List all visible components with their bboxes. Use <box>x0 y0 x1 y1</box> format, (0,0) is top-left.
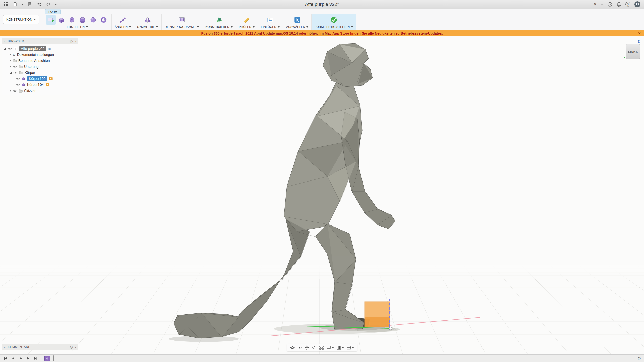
browser-row-koerper[interactable]: Körper <box>2 70 78 76</box>
visibility-eye-icon[interactable] <box>13 65 17 69</box>
visibility-eye-icon[interactable] <box>13 89 17 93</box>
panel-handle-icon[interactable]: › <box>75 39 76 43</box>
save-icon[interactable] <box>28 2 33 7</box>
help-icon[interactable]: ? <box>625 2 630 7</box>
expand-arrow-icon[interactable] <box>10 72 12 74</box>
timeline-step-back-icon[interactable] <box>11 356 16 361</box>
banner-link[interactable]: Im Mac App Store finden Sie alle Neuigke… <box>319 31 443 35</box>
notification-bell-icon[interactable] <box>616 2 621 7</box>
expand-arrow-icon[interactable] <box>10 53 11 56</box>
panel-options-icon[interactable]: ◎ <box>70 39 73 43</box>
expand-arrow-icon[interactable] <box>10 89 11 92</box>
insert-canvas-icon[interactable] <box>266 15 275 25</box>
comments-panel-header[interactable]: « KOMMENTARE ◎ › <box>2 344 78 350</box>
panel-options-icon[interactable]: ◎ <box>70 345 73 349</box>
symmetrie-menu-button[interactable]: SYMMETRIE <box>137 25 158 29</box>
model-monkey[interactable] <box>174 43 395 338</box>
browser-row-dokumenteinstellungen[interactable]: ⚙ Dokumenteinstellungen <box>2 52 78 58</box>
utilities-icon[interactable] <box>177 15 187 25</box>
browser-row-ursprung[interactable]: Ursprung <box>2 64 78 70</box>
expand-arrow-icon[interactable] <box>10 65 11 68</box>
zoom-icon[interactable] <box>311 345 317 351</box>
browser-row-skizzen[interactable]: Skizzen <box>2 88 78 94</box>
banner-close-icon[interactable]: ✕ <box>638 31 641 35</box>
auswaehlen-menu-button[interactable]: AUSWÄHLEN <box>286 25 308 29</box>
display-settings-icon[interactable] <box>326 345 335 351</box>
fit-view-icon[interactable] <box>318 345 325 351</box>
erstellen-menu-button[interactable]: ERSTELLEN <box>67 25 88 29</box>
timeline-go-to-start-icon[interactable] <box>3 356 8 361</box>
job-status-clock-icon[interactable] <box>607 2 612 7</box>
origin-marker-icon[interactable]: ◎ <box>48 47 51 50</box>
form-fertig-stellen-menu-button[interactable]: FORM FERTIG STELLEN <box>315 25 353 29</box>
torus-primitive-icon[interactable] <box>99 15 108 25</box>
viewcube[interactable]: Z LINKS <box>623 40 640 59</box>
data-panel-grid-icon[interactable] <box>4 2 9 7</box>
expand-arrow-icon[interactable] <box>10 59 11 62</box>
viewport-canvas[interactable] <box>0 0 644 362</box>
new-document-tab-icon[interactable]: + <box>601 2 603 6</box>
browser-item-label[interactable]: Ursprung <box>24 65 39 69</box>
edit-form-icon[interactable] <box>118 15 128 25</box>
collapse-panel-icon[interactable]: « <box>4 345 6 349</box>
file-menu-icon[interactable] <box>13 2 18 7</box>
timeline-settings-gear-icon[interactable]: ⚙ <box>637 356 641 361</box>
origin-handle[interactable] <box>389 327 392 330</box>
close-document-tab-icon[interactable]: ✕ <box>593 2 597 6</box>
orbit-icon[interactable] <box>289 345 296 351</box>
browser-row-koerper104[interactable]: Körper104 <box>2 82 78 88</box>
cylinder-primitive-icon[interactable] <box>78 15 87 25</box>
browser-item-label[interactable]: Körper104 <box>27 83 44 87</box>
konstruieren-menu-button[interactable]: KONSTRUIEREN <box>205 25 232 29</box>
collapse-panel-icon[interactable]: « <box>4 39 6 43</box>
symmetry-icon[interactable] <box>143 15 152 25</box>
measure-ruler-icon[interactable] <box>242 15 252 25</box>
viewcube-y-axis-marker <box>624 57 625 58</box>
quadball-primitive-icon[interactable] <box>67 15 77 25</box>
visibility-eye-icon[interactable] <box>13 71 17 75</box>
dienstprogramme-menu-button[interactable]: DIENSTPROGRAMME <box>165 25 199 29</box>
grid-snap-icon[interactable] <box>336 345 345 351</box>
construct-plane-icon[interactable] <box>214 15 224 25</box>
timeline-form-feature-icon[interactable] <box>44 356 50 361</box>
folder-icon <box>18 65 23 69</box>
browser-panel-header[interactable]: « BROWSER ◎ › <box>2 38 78 44</box>
pan-icon[interactable] <box>304 345 310 351</box>
browser-item-label[interactable]: Skizzen <box>24 89 36 93</box>
pruefen-menu-button[interactable]: PRÜFEN <box>239 25 255 29</box>
visibility-eye-icon[interactable] <box>16 83 20 87</box>
auswaehlen-label: AUSWÄHLEN <box>286 25 305 29</box>
select-cursor-icon[interactable] <box>293 15 302 25</box>
browser-item-label[interactable]: Dokumenteinstellungen <box>17 53 54 57</box>
timeline-position-marker[interactable] <box>53 355 54 361</box>
viewcube-face-links[interactable]: LINKS <box>626 44 640 59</box>
browser-row-benannte-ansichten[interactable]: Benannte Ansichten <box>2 58 78 64</box>
browser-item-label[interactable]: Körper <box>25 71 35 75</box>
undo-icon[interactable] <box>37 2 42 7</box>
visibility-eye-icon[interactable] <box>16 77 20 81</box>
browser-item-label-selected[interactable]: Körper100 <box>27 76 47 81</box>
browser-item-label[interactable]: Benannte Ansichten <box>18 59 50 63</box>
browser-row-koerper100[interactable]: Körper100 <box>2 76 78 82</box>
dropdown-caret-icon <box>352 347 354 348</box>
visibility-eye-icon[interactable] <box>8 47 12 51</box>
redo-icon[interactable] <box>46 2 51 7</box>
finish-form-check-icon[interactable] <box>329 15 339 25</box>
timeline-go-to-end-icon[interactable] <box>33 356 38 361</box>
viewport-layout-icon[interactable] <box>346 345 355 351</box>
browser-root-row[interactable]: Affe purple v22 ◎ <box>2 46 78 52</box>
einfuegen-menu-button[interactable]: EINFÜGEN <box>261 25 280 29</box>
expand-arrow-icon[interactable] <box>4 48 6 50</box>
tab-form[interactable]: FORM <box>45 9 60 14</box>
aendern-menu-button[interactable]: ÄNDERN <box>115 25 131 29</box>
panel-handle-icon[interactable]: › <box>75 345 76 349</box>
timeline-play-icon[interactable] <box>18 356 23 361</box>
profile-avatar[interactable]: FS <box>634 1 640 7</box>
box-primitive-icon[interactable] <box>57 15 66 25</box>
workspace-selector-button[interactable]: KONSTRUKTION <box>3 15 39 24</box>
sphere-primitive-icon[interactable] <box>88 15 98 25</box>
look-at-icon[interactable] <box>296 345 303 351</box>
browser-root-label[interactable]: Affe purple v22 <box>19 46 46 51</box>
create-form-icon[interactable] <box>46 15 56 25</box>
timeline-step-forward-icon[interactable] <box>26 356 31 361</box>
